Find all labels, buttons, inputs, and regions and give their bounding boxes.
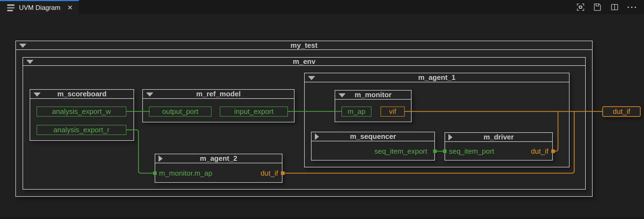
- collapse-right-icon[interactable]: [159, 155, 163, 162]
- collapse-down-icon[interactable]: [26, 60, 34, 64]
- block-m-ref-model[interactable]: m_ref_model: [142, 89, 295, 122]
- tab-uvm-diagram[interactable]: UVM Diagram ✕: [0, 0, 79, 14]
- block-title: m_agent_2: [200, 154, 237, 163]
- save-button[interactable]: [592, 2, 603, 12]
- collapse-right-icon[interactable]: [448, 134, 453, 141]
- close-icon[interactable]: ✕: [66, 4, 74, 12]
- more-actions-button[interactable]: [626, 2, 637, 12]
- block-title: m_scoreboard: [57, 90, 106, 98]
- block-m-driver-header[interactable]: m_driver: [445, 133, 552, 142]
- external-dut-if-label: dut_if: [613, 107, 630, 116]
- bottom-scrollbar-track[interactable]: [0, 217, 644, 219]
- m-agent-2-port-row: m_monitor.m_ap dut_if: [159, 168, 278, 178]
- port-label-dut-if[interactable]: dut_if: [260, 169, 278, 178]
- tab-bar: UVM Diagram ✕: [0, 0, 644, 14]
- port-output-port[interactable]: output_port: [149, 106, 212, 117]
- tab-title: UVM Diagram: [19, 4, 60, 12]
- port-label: input_export: [234, 107, 273, 116]
- port-m-ap[interactable]: m_ap: [342, 106, 371, 117]
- port-vif[interactable]: vif: [381, 106, 405, 117]
- port-label-dut-if[interactable]: dut_if: [531, 147, 548, 156]
- port-analysis-export-w[interactable]: analysis_export_w: [37, 106, 126, 117]
- save-icon: [593, 3, 602, 12]
- collapse-down-icon[interactable]: [19, 44, 26, 48]
- block-m-monitor[interactable]: m_monitor: [335, 90, 412, 122]
- fit-to-screen-button[interactable]: [575, 2, 586, 12]
- block-title: my_test: [290, 41, 317, 50]
- block-title: m_monitor: [355, 91, 392, 99]
- port-label: analysis_export_w: [52, 107, 111, 116]
- block-m-agent-1-header[interactable]: m_agent_1: [305, 73, 569, 82]
- external-dut-if-box[interactable]: dut_if: [602, 106, 641, 117]
- collapse-down-icon[interactable]: [34, 92, 41, 97]
- port-input-export[interactable]: input_export: [220, 106, 288, 117]
- port-label-seq-item-port[interactable]: seq_item_port: [449, 147, 494, 156]
- block-m-scoreboard-header[interactable]: m_scoreboard: [30, 90, 134, 99]
- block-my-test-header[interactable]: my_test: [16, 41, 592, 50]
- diagram-file-icon: [7, 4, 15, 11]
- block-title: m_sequencer: [350, 132, 396, 141]
- collapse-down-icon[interactable]: [338, 93, 346, 97]
- block-title: m_ref_model: [196, 90, 241, 98]
- collapse-down-icon[interactable]: [308, 76, 315, 80]
- port-label-m-monitor-m-ap[interactable]: m_monitor.m_ap: [159, 169, 212, 178]
- port-label: vif: [389, 107, 396, 116]
- editor-actions: [575, 0, 637, 14]
- port-label: output_port: [162, 107, 198, 116]
- diagram-canvas[interactable]: my_test m_env m_scoreboard analysis_expo…: [0, 14, 644, 217]
- block-title: m_env: [293, 57, 315, 66]
- collapse-down-icon[interactable]: [146, 92, 153, 97]
- m-driver-port-row: seq_item_port dut_if: [449, 146, 548, 156]
- fit-screen-icon: [576, 3, 585, 12]
- split-editor-button[interactable]: [609, 2, 620, 12]
- split-editor-icon: [610, 3, 619, 12]
- m-sequencer-port-row: seq_item_export: [315, 146, 427, 156]
- port-label-seq-item-export[interactable]: seq_item_export: [374, 147, 427, 156]
- port-analysis-export-r[interactable]: analysis_export_r: [37, 125, 126, 135]
- block-title: m_driver: [484, 133, 514, 141]
- block-m-ref-model-header[interactable]: m_ref_model: [143, 90, 294, 99]
- block-m-agent-2-header[interactable]: m_agent_2: [155, 154, 282, 163]
- port-label: m_ap: [348, 107, 365, 116]
- collapse-right-icon[interactable]: [315, 133, 319, 140]
- ellipsis-icon: [628, 7, 636, 8]
- block-m-sequencer-header[interactable]: m_sequencer: [312, 132, 434, 141]
- editor-window: UVM Diagram ✕: [0, 0, 644, 219]
- port-label: analysis_export_r: [54, 126, 110, 134]
- block-m-env-header[interactable]: m_env: [23, 58, 585, 66]
- block-m-monitor-header[interactable]: m_monitor: [335, 91, 411, 100]
- block-title: m_agent_1: [418, 73, 456, 82]
